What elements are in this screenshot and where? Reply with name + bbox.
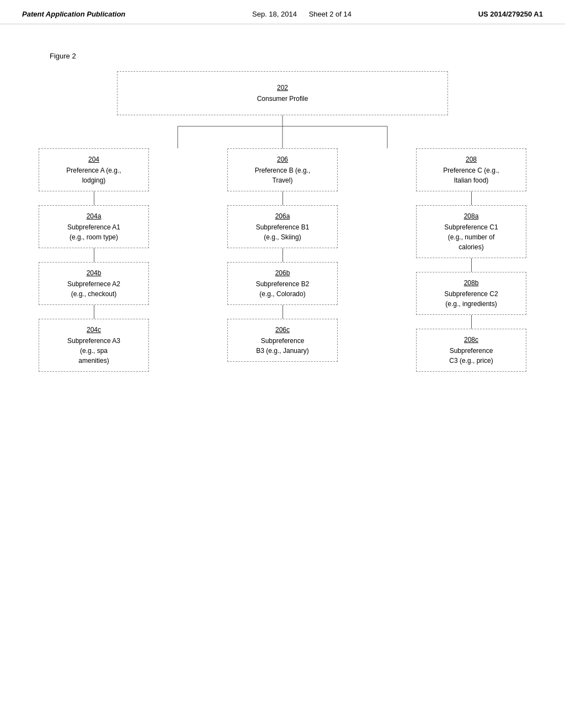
pref-c-line1: Preference C (e.g., [443, 167, 499, 174]
connector-b-1 [282, 191, 283, 205]
subpref-a2-box: 204b Subprefernece A2 (e.g., checkout) [39, 262, 149, 305]
subpref-b1-line1: Subpreference B1 [256, 223, 310, 231]
subpref-b3-line2: B3 (e.g., January) [256, 347, 308, 355]
diagram: 202 Consumer Profile 204 Preference A (e… [0, 71, 565, 372]
pref-c-line2: Italian food) [454, 176, 489, 184]
subpref-c1-id: 208a [423, 211, 519, 221]
top-connectors-svg [117, 115, 448, 148]
subpref-a3-box: 204c Subpreference A3 (e.g., spa ameniti… [39, 319, 149, 372]
subpref-c2-line1: Subpreference C2 [444, 290, 498, 298]
subpref-a2-line2: (e.g., checkout) [71, 290, 117, 298]
subpref-c1-line1: Subpreference C1 [444, 223, 498, 231]
subpref-a1-box: 204a Subpreference A1 (e.g., room type) [39, 205, 149, 248]
column-c: 208 Preference C (e.g., Italian food) 20… [411, 148, 532, 372]
connector-a-2 [94, 248, 94, 262]
subpref-c1-box: 208a Subpreference C1 (e.g., number of c… [416, 205, 526, 258]
subpref-b3-id: 206c [234, 325, 331, 335]
figure-label: Figure 2 [50, 52, 565, 60]
subpref-a3-line3: amenities) [78, 357, 109, 365]
pref-c-id: 208 [423, 154, 519, 164]
connector-c-3 [471, 315, 472, 329]
consumer-profile-box: 202 Consumer Profile [117, 71, 448, 115]
consumer-profile-label: Consumer Profile [257, 95, 308, 103]
columns-row: 204 Preference A (e.g., lodging) 204a Su… [33, 148, 532, 372]
subpref-c1-line2: (e.g., number of [448, 233, 495, 241]
pref-a-line1: Preference A (e.g., [66, 167, 121, 174]
header-date: Sep. 18, 2014 [252, 10, 297, 18]
top-row: 202 Consumer Profile [33, 71, 532, 115]
pref-b-box: 206 Preference B (e.g., Travel) [227, 148, 338, 191]
subpref-c2-box: 208b Subpreference C2 (e.g., ingredients… [416, 272, 526, 315]
subpref-b2-line2: (e.g., Colorado) [259, 290, 305, 298]
pref-a-line2: lodging) [82, 176, 106, 184]
subpref-c3-line1: Subpreference [450, 347, 493, 355]
connector-a-1 [94, 191, 94, 205]
consumer-profile-id: 202 [124, 83, 441, 93]
connector-c-1 [471, 191, 472, 205]
header-right: US 2014/279250 A1 [478, 10, 543, 18]
pref-b-line2: Travel) [273, 176, 293, 184]
subpref-b2-line1: Subpreference B2 [256, 280, 310, 288]
subpref-c3-id: 208c [423, 335, 519, 345]
subpref-b1-box: 206a Subpreference B1 (e.g., Skiing) [227, 205, 338, 248]
subpref-b2-box: 206b Subpreference B2 (e.g., Colorado) [227, 262, 338, 305]
subpref-a3-id: 204c [46, 325, 142, 335]
subpref-c2-id: 208b [423, 278, 519, 288]
subpref-a1-id: 204a [46, 211, 142, 221]
column-b: 206 Preference B (e.g., Travel) 206a Sub… [222, 148, 343, 372]
page-header: Patent Application Publication Sep. 18, … [0, 0, 565, 24]
subpref-a3-line2: (e.g., spa [80, 347, 108, 355]
header-center: Sep. 18, 2014 Sheet 2 of 14 [252, 10, 351, 18]
subpref-b2-id: 206b [234, 268, 331, 278]
subpref-c1-line3: calories) [459, 243, 483, 251]
connector-c-2 [471, 258, 472, 272]
subpref-c3-box: 208c Subpreference C3 (e.g., price) [416, 329, 526, 372]
subpref-b1-line2: (e.g., Skiing) [264, 233, 301, 241]
pref-a-box: 204 Preference A (e.g., lodging) [39, 148, 149, 191]
header-sheet: Sheet 2 of 14 [309, 10, 351, 18]
subpref-b1-id: 206a [234, 211, 331, 221]
connector-b-3 [282, 305, 283, 319]
subpref-b3-line1: Subpreference [261, 337, 305, 345]
subpref-c2-line2: (e.g., ingredients) [445, 300, 497, 308]
subpref-a1-line1: Subpreference A1 [67, 223, 120, 231]
header-left: Patent Application Publication [22, 10, 125, 18]
subpref-a2-line1: Subprefernece A2 [67, 280, 120, 288]
subpref-b3-box: 206c Subpreference B3 (e.g., January) [227, 319, 338, 362]
subpref-a2-id: 204b [46, 268, 142, 278]
column-a: 204 Preference A (e.g., lodging) 204a Su… [33, 148, 154, 372]
pref-b-line1: Preference B (e.g., [255, 167, 311, 174]
pref-b-id: 206 [234, 154, 331, 164]
connector-b-2 [282, 248, 283, 262]
connector-a-3 [94, 305, 94, 319]
subpref-c3-line2: C3 (e.g., price) [449, 357, 493, 365]
subpref-a1-line2: (e.g., room type) [70, 233, 118, 241]
pref-c-box: 208 Preference C (e.g., Italian food) [416, 148, 526, 191]
pref-a-id: 204 [46, 154, 142, 164]
subpref-a3-line1: Subpreference A3 [67, 337, 120, 345]
